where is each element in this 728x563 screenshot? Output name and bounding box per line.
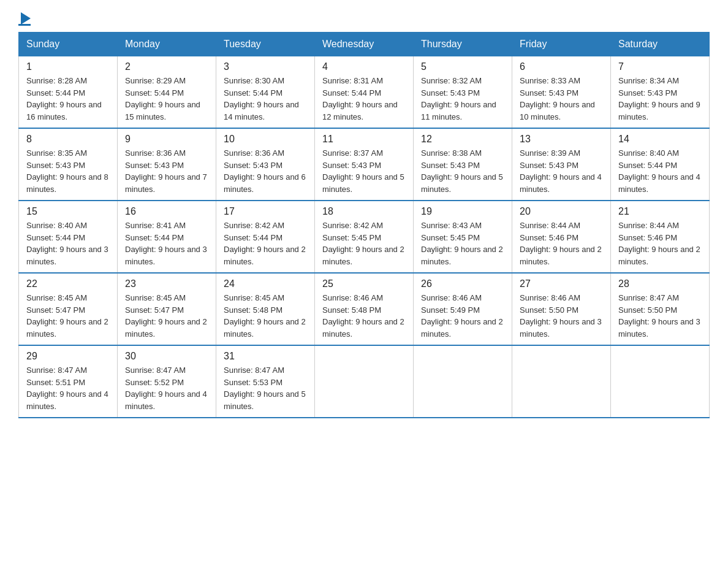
day-info: Sunrise: 8:47 AMSunset: 5:52 PMDaylight:… bbox=[125, 364, 208, 412]
day-info: Sunrise: 8:42 AMSunset: 5:44 PMDaylight:… bbox=[224, 220, 307, 267]
calendar-day-cell: 30 Sunrise: 8:47 AMSunset: 5:52 PMDaylig… bbox=[118, 345, 216, 418]
day-info: Sunrise: 8:45 AMSunset: 5:48 PMDaylight:… bbox=[224, 292, 307, 340]
day-info: Sunrise: 8:41 AMSunset: 5:44 PMDaylight:… bbox=[125, 220, 208, 267]
calendar-day-cell bbox=[512, 345, 611, 418]
calendar-header-row: SundayMondayTuesdayWednesdayThursdayFrid… bbox=[19, 33, 710, 56]
calendar-day-cell: 19 Sunrise: 8:43 AMSunset: 5:45 PMDaylig… bbox=[414, 201, 512, 273]
calendar-day-cell: 24 Sunrise: 8:45 AMSunset: 5:48 PMDaylig… bbox=[216, 273, 315, 345]
calendar-day-cell: 8 Sunrise: 8:35 AMSunset: 5:43 PMDayligh… bbox=[19, 128, 118, 201]
day-number: 26 bbox=[421, 278, 504, 289]
day-info: Sunrise: 8:44 AMSunset: 5:46 PMDaylight:… bbox=[520, 220, 603, 267]
header bbox=[18, 12, 710, 26]
calendar-day-cell: 14 Sunrise: 8:40 AMSunset: 5:44 PMDaylig… bbox=[611, 128, 710, 201]
day-number: 15 bbox=[26, 206, 110, 217]
day-number: 24 bbox=[224, 278, 307, 289]
calendar-day-cell bbox=[414, 345, 512, 418]
calendar-week-row: 15 Sunrise: 8:40 AMSunset: 5:44 PMDaylig… bbox=[19, 201, 710, 273]
calendar-day-cell: 13 Sunrise: 8:39 AMSunset: 5:43 PMDaylig… bbox=[512, 128, 611, 201]
calendar-day-cell: 15 Sunrise: 8:40 AMSunset: 5:44 PMDaylig… bbox=[19, 201, 118, 273]
day-number: 9 bbox=[125, 134, 208, 145]
day-number: 25 bbox=[322, 278, 406, 289]
day-number: 23 bbox=[125, 278, 208, 289]
day-number: 11 bbox=[322, 134, 406, 145]
day-info: Sunrise: 8:29 AMSunset: 5:44 PMDaylight:… bbox=[125, 75, 208, 123]
day-info: Sunrise: 8:45 AMSunset: 5:47 PMDaylight:… bbox=[26, 292, 110, 340]
calendar-day-header: Monday bbox=[118, 33, 216, 56]
calendar-week-row: 29 Sunrise: 8:47 AMSunset: 5:51 PMDaylig… bbox=[19, 345, 710, 418]
calendar-day-cell: 28 Sunrise: 8:47 AMSunset: 5:50 PMDaylig… bbox=[611, 273, 710, 345]
calendar-day-cell: 9 Sunrise: 8:36 AMSunset: 5:43 PMDayligh… bbox=[118, 128, 216, 201]
day-info: Sunrise: 8:45 AMSunset: 5:47 PMDaylight:… bbox=[125, 292, 208, 340]
day-info: Sunrise: 8:31 AMSunset: 5:44 PMDaylight:… bbox=[322, 75, 406, 123]
day-number: 31 bbox=[224, 351, 307, 362]
day-info: Sunrise: 8:32 AMSunset: 5:43 PMDaylight:… bbox=[421, 75, 504, 123]
day-info: Sunrise: 8:35 AMSunset: 5:43 PMDaylight:… bbox=[26, 147, 110, 195]
calendar-day-cell bbox=[315, 345, 414, 418]
day-info: Sunrise: 8:46 AMSunset: 5:49 PMDaylight:… bbox=[421, 292, 504, 340]
logo bbox=[18, 12, 31, 26]
day-number: 7 bbox=[618, 61, 702, 72]
calendar-week-row: 1 Sunrise: 8:28 AMSunset: 5:44 PMDayligh… bbox=[19, 56, 710, 129]
day-info: Sunrise: 8:39 AMSunset: 5:43 PMDaylight:… bbox=[520, 147, 603, 195]
calendar-week-row: 22 Sunrise: 8:45 AMSunset: 5:47 PMDaylig… bbox=[19, 273, 710, 345]
day-number: 6 bbox=[520, 61, 603, 72]
day-number: 1 bbox=[26, 61, 110, 72]
calendar-day-cell: 26 Sunrise: 8:46 AMSunset: 5:49 PMDaylig… bbox=[414, 273, 512, 345]
calendar-day-cell: 17 Sunrise: 8:42 AMSunset: 5:44 PMDaylig… bbox=[216, 201, 315, 273]
day-info: Sunrise: 8:28 AMSunset: 5:44 PMDaylight:… bbox=[26, 75, 110, 123]
day-info: Sunrise: 8:46 AMSunset: 5:48 PMDaylight:… bbox=[322, 292, 406, 340]
day-info: Sunrise: 8:47 AMSunset: 5:53 PMDaylight:… bbox=[224, 364, 307, 412]
day-number: 20 bbox=[520, 206, 603, 217]
day-number: 3 bbox=[224, 61, 307, 72]
day-info: Sunrise: 8:44 AMSunset: 5:46 PMDaylight:… bbox=[618, 220, 702, 267]
day-number: 13 bbox=[520, 134, 603, 145]
day-number: 29 bbox=[26, 351, 110, 362]
calendar-day-cell: 6 Sunrise: 8:33 AMSunset: 5:43 PMDayligh… bbox=[512, 56, 611, 129]
day-info: Sunrise: 8:43 AMSunset: 5:45 PMDaylight:… bbox=[421, 220, 504, 267]
calendar-day-cell: 27 Sunrise: 8:46 AMSunset: 5:50 PMDaylig… bbox=[512, 273, 611, 345]
calendar-week-row: 8 Sunrise: 8:35 AMSunset: 5:43 PMDayligh… bbox=[19, 128, 710, 201]
calendar-day-cell: 22 Sunrise: 8:45 AMSunset: 5:47 PMDaylig… bbox=[19, 273, 118, 345]
day-number: 12 bbox=[421, 134, 504, 145]
page-container: SundayMondayTuesdayWednesdayThursdayFrid… bbox=[18, 12, 710, 418]
day-number: 16 bbox=[125, 206, 208, 217]
calendar-day-cell: 20 Sunrise: 8:44 AMSunset: 5:46 PMDaylig… bbox=[512, 201, 611, 273]
calendar-day-cell: 18 Sunrise: 8:42 AMSunset: 5:45 PMDaylig… bbox=[315, 201, 414, 273]
calendar-day-cell: 21 Sunrise: 8:44 AMSunset: 5:46 PMDaylig… bbox=[611, 201, 710, 273]
day-info: Sunrise: 8:37 AMSunset: 5:43 PMDaylight:… bbox=[322, 147, 406, 195]
calendar-day-header: Wednesday bbox=[315, 33, 414, 56]
calendar-day-header: Friday bbox=[512, 33, 611, 56]
day-info: Sunrise: 8:36 AMSunset: 5:43 PMDaylight:… bbox=[224, 147, 307, 195]
day-info: Sunrise: 8:47 AMSunset: 5:50 PMDaylight:… bbox=[618, 292, 702, 340]
day-number: 22 bbox=[26, 278, 110, 289]
day-number: 4 bbox=[322, 61, 406, 72]
day-number: 28 bbox=[618, 278, 702, 289]
day-number: 5 bbox=[421, 61, 504, 72]
calendar-day-cell: 25 Sunrise: 8:46 AMSunset: 5:48 PMDaylig… bbox=[315, 273, 414, 345]
calendar-day-header: Tuesday bbox=[216, 33, 315, 56]
calendar-day-header: Sunday bbox=[19, 33, 118, 56]
day-info: Sunrise: 8:42 AMSunset: 5:45 PMDaylight:… bbox=[322, 220, 406, 267]
day-number: 30 bbox=[125, 351, 208, 362]
day-number: 19 bbox=[421, 206, 504, 217]
day-number: 10 bbox=[224, 134, 307, 145]
day-number: 14 bbox=[618, 134, 702, 145]
calendar-day-cell bbox=[611, 345, 710, 418]
day-info: Sunrise: 8:34 AMSunset: 5:43 PMDaylight:… bbox=[618, 75, 702, 123]
calendar-day-cell: 3 Sunrise: 8:30 AMSunset: 5:44 PMDayligh… bbox=[216, 56, 315, 129]
calendar-day-cell: 7 Sunrise: 8:34 AMSunset: 5:43 PMDayligh… bbox=[611, 56, 710, 129]
day-info: Sunrise: 8:40 AMSunset: 5:44 PMDaylight:… bbox=[26, 220, 110, 267]
day-info: Sunrise: 8:46 AMSunset: 5:50 PMDaylight:… bbox=[520, 292, 603, 340]
day-number: 8 bbox=[26, 134, 110, 145]
calendar-day-cell: 16 Sunrise: 8:41 AMSunset: 5:44 PMDaylig… bbox=[118, 201, 216, 273]
calendar-day-cell: 11 Sunrise: 8:37 AMSunset: 5:43 PMDaylig… bbox=[315, 128, 414, 201]
calendar-day-cell: 31 Sunrise: 8:47 AMSunset: 5:53 PMDaylig… bbox=[216, 345, 315, 418]
day-info: Sunrise: 8:33 AMSunset: 5:43 PMDaylight:… bbox=[520, 75, 603, 123]
day-number: 21 bbox=[618, 206, 702, 217]
calendar-day-cell: 29 Sunrise: 8:47 AMSunset: 5:51 PMDaylig… bbox=[19, 345, 118, 418]
day-info: Sunrise: 8:36 AMSunset: 5:43 PMDaylight:… bbox=[125, 147, 208, 195]
day-info: Sunrise: 8:30 AMSunset: 5:44 PMDaylight:… bbox=[224, 75, 307, 123]
day-number: 18 bbox=[322, 206, 406, 217]
calendar-day-cell: 5 Sunrise: 8:32 AMSunset: 5:43 PMDayligh… bbox=[414, 56, 512, 129]
calendar-day-cell: 23 Sunrise: 8:45 AMSunset: 5:47 PMDaylig… bbox=[118, 273, 216, 345]
